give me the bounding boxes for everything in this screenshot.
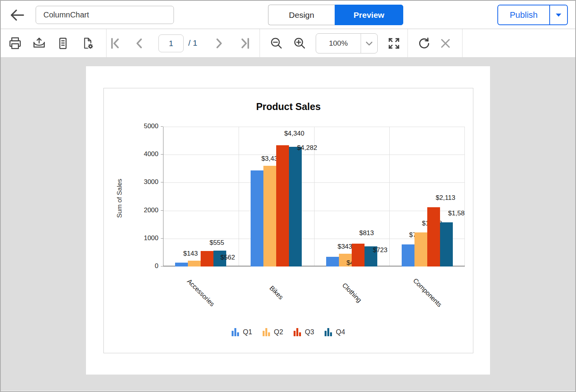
legend-item-q3[interactable]: Q3 [294, 328, 314, 337]
legend-column-icon [232, 328, 239, 337]
parameters-icon [55, 36, 70, 51]
y-axis-tick-label: 1000 [133, 234, 158, 242]
legend-label: Q4 [336, 328, 345, 336]
legend-item-q1[interactable]: Q1 [232, 328, 252, 337]
legend-column-icon [263, 328, 270, 337]
viewer-toolbar: / 1 100% [1, 29, 575, 58]
legend-item-q2[interactable]: Q2 [263, 328, 283, 337]
export-icon [32, 36, 46, 51]
publish-button[interactable]: Publish [498, 5, 550, 24]
x-axis-category-label: Accessories [186, 278, 216, 308]
x-axis-category-label: Clothing [340, 282, 363, 304]
legend-item-q4[interactable]: Q4 [325, 328, 345, 337]
bar-q1-bikes [251, 170, 263, 266]
export-button[interactable] [31, 36, 47, 51]
last-page-button[interactable] [237, 36, 252, 51]
bar-value-label: $2,113 [436, 194, 456, 202]
y-axis-title: Sum of Sales [116, 179, 124, 218]
plot-area: $143$3,431$343$796$3,595$461$1,220$555$4… [163, 127, 465, 266]
legend-column-icon [294, 328, 301, 337]
design-tab-button[interactable]: Design [268, 5, 335, 25]
gridline-vertical [389, 127, 390, 266]
toolbar-separator [462, 29, 463, 58]
zoom-level-select[interactable]: 100% [316, 33, 378, 53]
publish-dropdown-button[interactable] [550, 5, 567, 24]
preview-tab-button[interactable]: Preview [335, 5, 403, 25]
chevron-down-icon [364, 38, 374, 48]
zoom-out-button[interactable] [269, 36, 284, 51]
chart-legend: Q1Q2Q3Q4 [104, 328, 473, 337]
bar-value-label: $343 [337, 243, 352, 251]
bar-q1-clothing [326, 257, 339, 266]
previous-page-icon [133, 37, 146, 50]
bar-value-label: $555 [210, 239, 224, 247]
zoom-out-icon [269, 36, 284, 51]
close-button[interactable] [438, 36, 453, 51]
first-page-icon [109, 37, 122, 50]
x-axis-category-label: Bikes [268, 284, 285, 301]
toolbar-separator [407, 29, 408, 58]
page-setup-icon [80, 36, 95, 51]
y-axis-tick-mark [161, 154, 163, 155]
toolbar-separator [106, 29, 107, 58]
bar-value-label: $813 [359, 229, 374, 237]
page-count-label: / 1 [188, 38, 197, 48]
last-page-icon [238, 37, 251, 50]
report-canvas: Product Sales Sum of Sales $143$3,431$34… [1, 58, 575, 391]
header-bar: Design Preview Publish [1, 1, 575, 29]
gear-glyph [88, 43, 94, 50]
bar-q1-accessories [175, 263, 188, 266]
bar-q2-bikes [263, 166, 276, 266]
report-name-input[interactable] [36, 6, 174, 24]
legend-label: Q2 [274, 328, 283, 336]
fit-to-page-button[interactable] [386, 36, 402, 51]
view-mode-toggle: Design Preview [268, 5, 403, 25]
gridline-vertical [464, 127, 465, 266]
bar-q4-components [440, 222, 453, 266]
next-page-icon [212, 37, 225, 50]
bar-q1-components [402, 244, 414, 266]
caret-down-icon [556, 14, 561, 17]
bar-q3-components [427, 207, 440, 266]
y-axis-tick-label: 2000 [133, 206, 158, 214]
y-axis-tick-label: 3000 [133, 178, 158, 186]
refresh-button[interactable] [416, 36, 432, 51]
chart-container: Product Sales Sum of Sales $143$3,431$34… [103, 88, 473, 353]
bar-value-label: $143 [183, 250, 198, 258]
bar-q2-components [414, 232, 427, 266]
print-button[interactable] [7, 36, 23, 51]
back-button[interactable] [7, 6, 27, 24]
gridline-vertical [239, 127, 239, 266]
zoom-level-value: 100% [316, 39, 361, 48]
previous-page-button[interactable] [132, 36, 147, 51]
zoom-in-button[interactable] [292, 36, 308, 51]
report-designer-window: Design Preview Publish [0, 0, 576, 392]
close-icon [439, 37, 452, 50]
page-number-input[interactable] [158, 34, 184, 52]
page-setup-button[interactable] [80, 36, 95, 51]
y-axis-line [163, 127, 163, 266]
y-axis-tick-label: 5000 [133, 122, 158, 130]
report-page: Product Sales Sum of Sales $143$3,431$34… [86, 66, 490, 375]
next-page-button[interactable] [211, 36, 227, 51]
fit-to-page-icon [386, 36, 402, 51]
first-page-button[interactable] [108, 36, 124, 51]
refresh-icon [416, 36, 432, 51]
print-icon [8, 36, 22, 51]
bar-q3-clothing [352, 244, 365, 266]
parameters-button[interactable] [55, 36, 70, 51]
legend-column-icon [325, 328, 332, 337]
bar-value-label: $4,340 [284, 130, 304, 138]
bar-q3-accessories [201, 251, 213, 266]
bar-value-label: $1,58 [448, 210, 465, 217]
back-arrow-icon [8, 6, 26, 24]
toolbar-separator [260, 29, 260, 58]
x-axis-category-label: Components [411, 277, 443, 309]
bar-q3-bikes [276, 145, 289, 266]
legend-label: Q3 [305, 328, 314, 336]
y-axis-tick-mark [161, 182, 163, 182]
y-axis-tick-label: 0 [133, 262, 158, 270]
bar-value-label: $562 [220, 254, 235, 261]
bar-value-label: $4,282 [297, 144, 317, 152]
legend-label: Q1 [243, 328, 252, 336]
